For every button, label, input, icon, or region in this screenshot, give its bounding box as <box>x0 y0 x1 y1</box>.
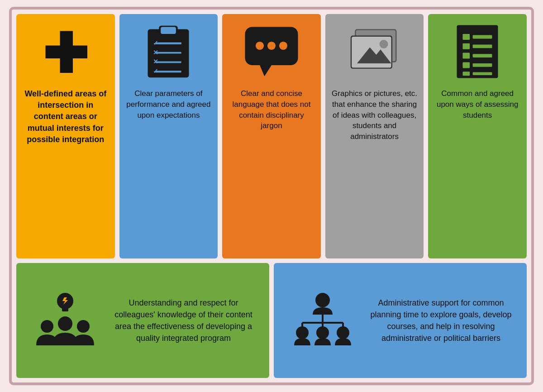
svg-point-37 <box>41 320 53 333</box>
svg-text:✓: ✓ <box>153 39 159 47</box>
svg-marker-13 <box>260 65 272 76</box>
card-administrative: Administrative support for common planni… <box>274 263 527 378</box>
checklist-icon <box>434 22 520 81</box>
svg-rect-25 <box>473 35 492 39</box>
card5-text: Common and agreed upon ways of assessing… <box>434 88 520 120</box>
svg-rect-27 <box>473 44 492 48</box>
card-parameters: ✓ ✕ ✕ ✓ Clear parameters of performance … <box>119 14 218 258</box>
svg-rect-2 <box>161 27 176 34</box>
svg-text:✓: ✓ <box>153 67 159 75</box>
card-graphics: Graphics or pictures, etc. that enhance … <box>325 14 424 258</box>
svg-text:✕: ✕ <box>153 58 159 65</box>
svg-point-14 <box>256 42 264 50</box>
svg-point-47 <box>316 326 329 339</box>
svg-text:✕: ✕ <box>153 49 159 56</box>
card2-text: Clear parameters of performance and agre… <box>126 88 212 120</box>
svg-rect-29 <box>473 54 492 57</box>
svg-point-48 <box>337 326 349 339</box>
hierarchy-icon <box>286 289 359 352</box>
svg-rect-31 <box>473 63 492 67</box>
card4-text: Graphics or pictures, etc. that enhance … <box>332 88 418 142</box>
svg-point-16 <box>279 42 287 50</box>
svg-point-38 <box>58 316 72 331</box>
svg-rect-23 <box>457 25 498 78</box>
svg-point-46 <box>296 326 309 339</box>
top-row: ✚ Well-defined areas of intersection in … <box>16 14 527 258</box>
svg-point-40 <box>315 293 330 307</box>
card1-text: Well-defined areas of intersection in co… <box>23 88 109 145</box>
card-assessing: Common and agreed upon ways of assessing… <box>428 14 527 258</box>
clipboard-icon: ✓ ✕ ✕ ✓ <box>126 22 212 81</box>
svg-rect-30 <box>463 62 470 68</box>
chat-icon <box>229 22 314 81</box>
svg-point-22 <box>379 40 388 48</box>
card-understanding: Understanding and respect for colleagues… <box>16 263 269 378</box>
main-container: ✚ Well-defined areas of intersection in … <box>9 7 534 385</box>
svg-rect-35 <box>62 308 68 311</box>
card6-text: Understanding and respect for colleagues… <box>110 297 257 344</box>
card7-text: Administrative support for common planni… <box>368 297 514 344</box>
svg-point-39 <box>77 320 90 333</box>
svg-rect-32 <box>463 72 470 76</box>
svg-rect-24 <box>463 34 470 40</box>
images-icon <box>332 22 418 81</box>
plus-icon: ✚ <box>23 22 109 81</box>
svg-point-15 <box>267 42 276 50</box>
card-language: Clear and concise language that does not… <box>222 14 321 258</box>
svg-rect-28 <box>463 53 470 59</box>
svg-rect-26 <box>463 43 470 49</box>
card-intersection: ✚ Well-defined areas of intersection in … <box>16 14 115 258</box>
team-icon <box>29 289 101 352</box>
bottom-row: Understanding and respect for colleagues… <box>16 263 527 378</box>
card3-text: Clear and concise language that does not… <box>229 88 314 131</box>
svg-rect-33 <box>473 72 492 76</box>
